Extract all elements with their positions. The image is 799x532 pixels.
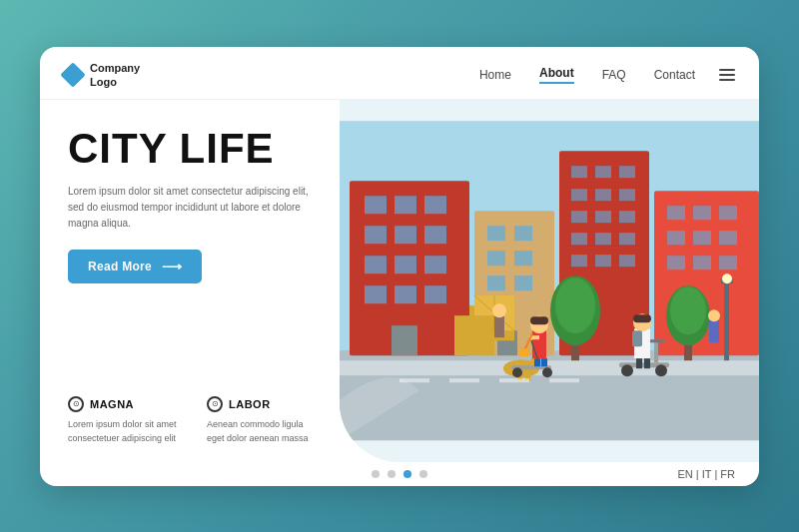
- svg-rect-22: [487, 275, 505, 290]
- logo-diamond-icon: [60, 62, 85, 87]
- magna-icon: ⊙: [68, 396, 84, 412]
- svg-point-70: [512, 367, 522, 377]
- svg-rect-45: [667, 231, 685, 245]
- svg-point-64: [722, 273, 732, 283]
- svg-point-93: [492, 303, 506, 317]
- svg-rect-90: [636, 358, 642, 368]
- svg-rect-12: [424, 256, 446, 273]
- feature-labor: ⊙ LABOR Aenean commodo ligula eget dolor…: [207, 396, 316, 446]
- nav-faq[interactable]: FAQ: [602, 68, 626, 82]
- hamburger-menu[interactable]: [719, 69, 735, 81]
- svg-rect-35: [571, 233, 587, 245]
- svg-rect-15: [424, 285, 446, 303]
- svg-rect-26: [571, 166, 587, 178]
- svg-rect-42: [667, 206, 685, 220]
- dot-3-active[interactable]: [403, 470, 411, 478]
- svg-rect-62: [724, 280, 729, 360]
- main-card: Company Logo Home About FAQ Contact CITY…: [40, 47, 759, 486]
- svg-rect-20: [487, 251, 505, 266]
- nav-about[interactable]: About: [539, 66, 574, 84]
- magna-body: Lorem ipsum dolor sit amet consectetuer …: [68, 417, 187, 446]
- svg-rect-30: [595, 189, 611, 201]
- city-illustration: [340, 100, 759, 461]
- svg-rect-84: [654, 340, 658, 362]
- svg-rect-46: [693, 231, 711, 245]
- svg-rect-94: [709, 320, 719, 342]
- svg-rect-39: [595, 255, 611, 266]
- navbar: Company Logo Home About FAQ Contact: [40, 47, 759, 101]
- svg-rect-9: [424, 226, 446, 244]
- svg-rect-23: [514, 275, 532, 290]
- svg-rect-74: [530, 316, 548, 324]
- arrow-right-icon: ⟶: [162, 259, 182, 274]
- svg-point-83: [655, 364, 667, 376]
- hamburger-line: [719, 79, 735, 81]
- svg-rect-53: [454, 315, 494, 355]
- nav-links: Home About FAQ Contact: [479, 66, 695, 84]
- hamburger-line: [719, 69, 735, 71]
- svg-rect-18: [487, 226, 505, 241]
- svg-rect-7: [365, 226, 387, 244]
- hero-section: CITY LIFE Lorem ipsum dolor sit amet con…: [68, 128, 316, 283]
- svg-rect-29: [571, 189, 587, 201]
- svg-rect-34: [619, 211, 635, 223]
- hero-title: CITY LIFE: [68, 128, 316, 170]
- svg-rect-44: [719, 206, 737, 220]
- svg-point-58: [555, 277, 595, 333]
- carousel-dots: [372, 470, 427, 478]
- svg-rect-88: [633, 314, 651, 322]
- nav-home[interactable]: Home: [479, 68, 511, 82]
- svg-rect-49: [693, 256, 711, 269]
- svg-rect-99: [549, 378, 579, 382]
- nav-contact[interactable]: Contact: [654, 68, 695, 82]
- hamburger-line: [719, 74, 735, 76]
- svg-rect-16: [392, 325, 417, 355]
- svg-rect-38: [571, 255, 587, 266]
- feature-magna: ⊙ MAGNA Lorem ipsum dolor sit amet conse…: [68, 396, 187, 446]
- dot-4[interactable]: [419, 470, 427, 478]
- svg-rect-92: [494, 315, 504, 337]
- svg-point-71: [542, 367, 552, 377]
- svg-rect-43: [693, 206, 711, 220]
- svg-rect-37: [619, 233, 635, 245]
- dot-2[interactable]: [388, 470, 396, 478]
- svg-rect-14: [395, 285, 416, 303]
- svg-rect-47: [719, 231, 737, 245]
- read-more-button[interactable]: Read More ⟶: [68, 250, 202, 283]
- main-content: CITY LIFE Lorem ipsum dolor sit amet con…: [40, 100, 759, 461]
- hero-body: Lorem ipsum dolor sit amet consectetur a…: [68, 184, 316, 232]
- svg-rect-21: [514, 251, 532, 266]
- svg-rect-11: [395, 256, 416, 273]
- svg-rect-85: [648, 339, 664, 342]
- svg-point-82: [621, 364, 633, 376]
- feature-magna-header: ⊙ MAGNA: [68, 396, 187, 412]
- svg-rect-72: [532, 330, 546, 358]
- labor-body: Aenean commodo ligula eget dolor aenean …: [207, 417, 316, 446]
- svg-rect-8: [395, 226, 416, 244]
- svg-rect-19: [514, 226, 532, 241]
- svg-rect-27: [595, 166, 611, 178]
- features-row: ⊙ MAGNA Lorem ipsum dolor sit amet conse…: [68, 396, 316, 446]
- svg-rect-6: [424, 196, 446, 214]
- svg-point-95: [708, 309, 720, 321]
- svg-rect-97: [449, 378, 479, 382]
- svg-rect-91: [644, 358, 650, 368]
- feature-labor-header: ⊙ LABOR: [207, 396, 316, 412]
- bottom-bar: EN | IT | FR: [40, 462, 759, 486]
- svg-point-61: [670, 286, 706, 334]
- svg-rect-5: [395, 196, 416, 214]
- svg-rect-77: [541, 358, 547, 366]
- svg-rect-40: [619, 255, 635, 266]
- dot-1[interactable]: [372, 470, 380, 478]
- svg-rect-48: [667, 256, 685, 269]
- logo-area: Company Logo: [64, 61, 140, 90]
- svg-rect-50: [719, 256, 737, 269]
- svg-rect-36: [595, 233, 611, 245]
- svg-rect-98: [499, 378, 529, 382]
- svg-rect-32: [571, 211, 587, 223]
- svg-rect-89: [632, 330, 642, 346]
- svg-rect-31: [619, 189, 635, 201]
- logo-text: Company Logo: [90, 61, 140, 90]
- left-panel: CITY LIFE Lorem ipsum dolor sit amet con…: [40, 100, 340, 461]
- language-selector[interactable]: EN | IT | FR: [678, 468, 735, 480]
